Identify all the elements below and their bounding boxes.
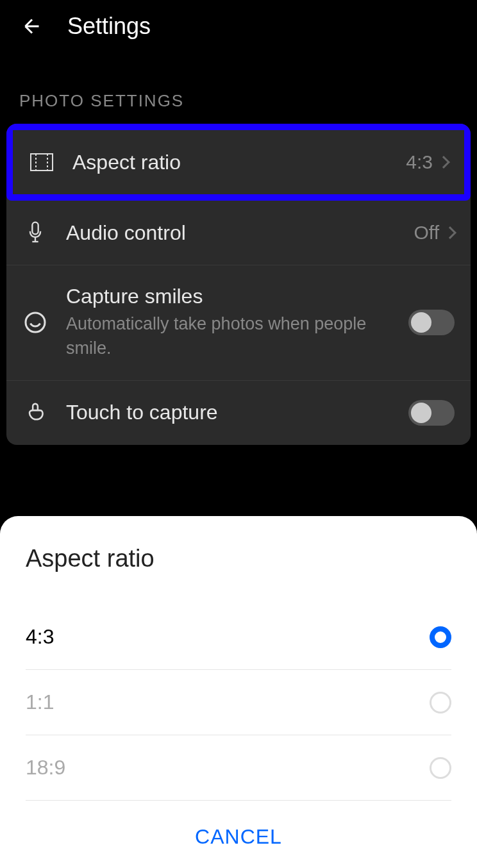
dialog-title: Aspect ratio: [26, 545, 451, 572]
option-18-9[interactable]: 18:9: [26, 735, 451, 801]
option-4-3[interactable]: 4:3: [26, 605, 451, 670]
toggle-knob: [411, 403, 431, 423]
setting-title: Capture smiles: [66, 285, 408, 308]
radio-unselected[interactable]: [430, 757, 451, 779]
back-button[interactable]: [19, 13, 45, 39]
smile-icon: [22, 310, 48, 335]
aspect-ratio-icon: [29, 149, 54, 175]
touch-icon: [22, 400, 48, 426]
row-content: Touch to capture: [66, 401, 408, 424]
aspect-ratio-dialog: Aspect ratio 4:3 1:1 18:9 CANCEL: [0, 516, 477, 868]
svg-rect-3: [32, 222, 38, 235]
header: Settings: [0, 0, 477, 53]
setting-title: Audio control: [66, 221, 414, 245]
radio-unselected[interactable]: [430, 692, 451, 714]
option-label: 4:3: [26, 625, 54, 649]
setting-title: Aspect ratio: [72, 151, 406, 174]
setting-row-touch-capture[interactable]: Touch to capture: [6, 381, 471, 445]
setting-value: Off: [414, 222, 439, 244]
svg-rect-0: [31, 154, 53, 171]
cancel-button[interactable]: CANCEL: [26, 801, 451, 868]
toggle-knob: [411, 312, 431, 333]
option-1-1[interactable]: 1:1: [26, 670, 451, 735]
row-content: Capture smiles Automatically take photos…: [66, 285, 408, 361]
section-label-photo: PHOTO SETTINGS: [0, 53, 477, 124]
page-title: Settings: [67, 13, 151, 40]
row-content: Aspect ratio: [72, 151, 406, 174]
microphone-icon: [22, 220, 48, 246]
setting-row-audio-control[interactable]: Audio control Off: [6, 201, 471, 265]
row-content: Audio control: [66, 221, 414, 245]
setting-row-capture-smiles[interactable]: Capture smiles Automatically take photos…: [6, 265, 471, 381]
setting-title: Touch to capture: [66, 401, 408, 424]
svg-point-6: [26, 313, 45, 332]
toggle-touch-capture[interactable]: [408, 400, 455, 426]
setting-value: 4:3: [406, 151, 433, 173]
setting-row-aspect-ratio[interactable]: Aspect ratio 4:3: [6, 124, 471, 201]
chevron-right-icon: [437, 156, 450, 169]
toggle-capture-smiles[interactable]: [408, 310, 455, 335]
option-label: 18:9: [26, 756, 65, 780]
photo-settings-panel: Aspect ratio 4:3 Audio control Off: [6, 124, 471, 445]
option-label: 1:1: [26, 690, 54, 714]
setting-subtitle: Automatically take photos when people sm…: [66, 312, 408, 361]
chevron-right-icon: [444, 226, 456, 239]
radio-selected[interactable]: [430, 626, 451, 648]
